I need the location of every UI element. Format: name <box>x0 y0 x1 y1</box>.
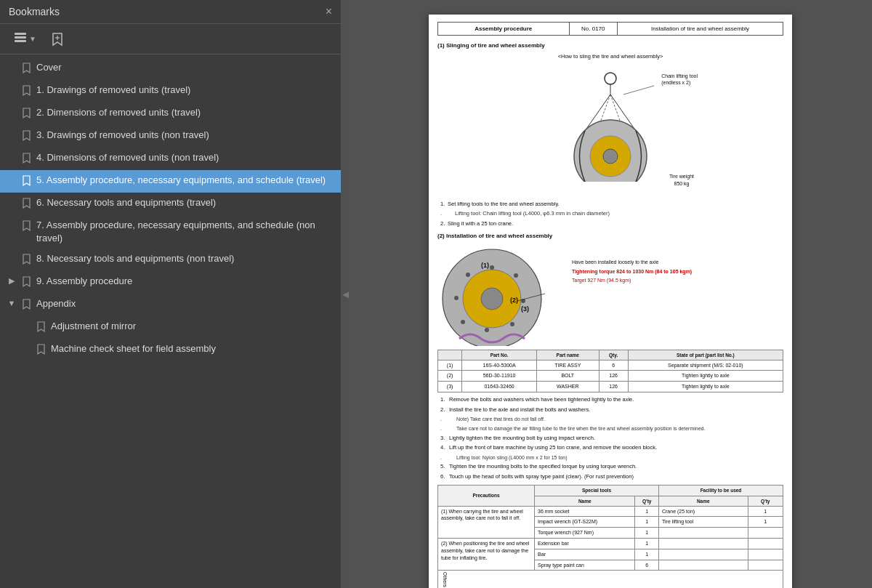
special-tool-qty: 1 <box>635 549 659 560</box>
bookmark-item-app2[interactable]: Machine check sheet for field assembly <box>0 339 341 361</box>
bookmark-text-b4: 4. Dimensions of removed units (non trav… <box>36 151 332 164</box>
table-cell: (1) <box>438 360 462 371</box>
special-tool-name: Bar <box>535 549 635 560</box>
bookmark-icon-app1 <box>36 321 47 335</box>
panel-title: Bookmarks <box>9 6 60 17</box>
bookmark-item-app1[interactable]: Adjustment of mirror <box>0 316 341 339</box>
view-icon <box>13 31 28 47</box>
panel-splitter[interactable]: ◀ <box>342 0 349 588</box>
install-step-item: Touch up the head of bolts with spray ty… <box>440 473 783 481</box>
special-tool-qty: 1 <box>635 539 659 549</box>
svg-point-18 <box>490 265 494 270</box>
svg-text:(1): (1) <box>481 262 489 269</box>
bookmark-text-b3: 3. Drawings of removed units (non travel… <box>36 129 332 142</box>
table-cell: Tighten lightly to axle <box>628 382 783 392</box>
parts-table: Part No. Part name Qty. State of part (p… <box>437 350 783 392</box>
facility-name <box>658 560 748 571</box>
special-tool-name: Extension bar <box>535 539 635 549</box>
precaution-1-cell: (1) When carrying the tire and wheel ass… <box>438 506 535 538</box>
facility-qty-header: Q'ty <box>748 496 783 506</box>
bookmark-item-b5[interactable]: 5. Assembly procedure, necessary equipme… <box>0 170 341 193</box>
facility-header: Facility to be used <box>658 486 783 496</box>
dropdown-arrow-icon: ▼ <box>29 35 36 43</box>
table-cell: 16S-40-5300A <box>462 360 537 371</box>
svg-point-23 <box>461 320 465 324</box>
table-cell: 6 <box>599 360 628 371</box>
bookmark-icon-b3 <box>22 130 32 144</box>
bookmark-text-b1: 1. Drawings of removed units (travel) <box>36 84 332 97</box>
table-cell: BOLT <box>536 371 599 382</box>
section2-title: (2) Installation of tire and wheel assem… <box>437 232 783 240</box>
header-description: Installation of tire and wheel assembly <box>618 23 783 36</box>
bookmark-text-app1: Adjustment of mirror <box>51 320 332 333</box>
pdf-panel[interactable]: Assembly procedure No. 0170 Installation… <box>349 0 872 588</box>
bookmark-text-b9: 9. Assembly procedure <box>36 275 332 288</box>
special-qty-header: Q'ty <box>635 496 659 506</box>
sling-subtitle: <How to sling the tire and wheel assembl… <box>437 53 783 61</box>
step-item: Lifting tool: Chain lifting tool (L4000,… <box>440 210 783 218</box>
special-tools-header: Special tools <box>535 486 659 496</box>
table-cell: 56D-30-11910 <box>462 371 537 382</box>
section1-title: (1) Slinging of tire and wheel assembly <box>437 41 783 49</box>
bookmark-item-b6[interactable]: 6. Necessary tools and equipments (trave… <box>0 193 341 215</box>
table-cell: WASHER <box>536 382 599 392</box>
facility-qty <box>748 539 783 549</box>
bookmark-item-b7[interactable]: 7. Assembly procedure, necessary equipme… <box>0 215 341 249</box>
svg-point-24 <box>454 296 459 300</box>
target-text: Target 927 Nm (94.5 kgm) <box>572 277 783 284</box>
svg-point-5 <box>605 73 616 84</box>
table-row: (1) When carrying the tire and wheel ass… <box>438 506 783 517</box>
bookmark-expand-appendix[interactable]: ▼ <box>6 299 17 307</box>
installation-steps: Remove the bolts and washers which have … <box>437 396 783 480</box>
bookmark-text-b7: 7. Assembly procedure, necessary equipme… <box>36 219 332 245</box>
table-cell: 126 <box>599 382 628 392</box>
facility-name <box>658 528 748 539</box>
bookmark-item-appendix[interactable]: ▼ Appendix <box>0 294 341 316</box>
bookmark-icon-b4 <box>22 153 32 166</box>
install-step-item: Note) Take care that tires do not fall o… <box>440 416 783 423</box>
facility-qty: 1 <box>748 506 783 517</box>
bookmark-item-b2[interactable]: 2. Dimensions of removed units (travel) <box>0 102 341 125</box>
others-label: Others <box>441 572 448 587</box>
parts-header-qty: Qty. <box>599 350 628 360</box>
bookmark-expand-b9[interactable]: ▶ <box>6 276 17 286</box>
lifting-steps: Set lifting tools to the tire and wheel … <box>437 201 783 228</box>
panel-toolbar: ▼ <box>0 24 341 55</box>
bookmark-item-b4[interactable]: 4. Dimensions of removed units (non trav… <box>0 148 341 170</box>
bookmark-text-b8: 8. Necessary tools and equipments (non t… <box>36 252 332 265</box>
special-tool-name: Torque wrench (927 Nm) <box>535 528 635 539</box>
facility-name <box>658 539 748 549</box>
wheel-assembly-svg: (1) (3) (2) <box>437 244 568 346</box>
bookmark-item-b9[interactable]: ▶ 9. Assembly procedure <box>0 271 341 294</box>
facility-name: Tire lifting tool <box>658 517 748 528</box>
tire-label: Tire weight 850 kg <box>669 173 694 188</box>
install-step-item: Lightly tighten the tire mounting bolt b… <box>440 435 783 443</box>
bookmark-item-cover[interactable]: Cover <box>0 57 341 80</box>
bookmark-item-b1[interactable]: 1. Drawings of removed units (travel) <box>0 80 341 102</box>
bookmark-icon-button[interactable] <box>47 29 68 49</box>
table-cell: (3) <box>438 382 462 392</box>
splitter-handle: ◀ <box>342 289 349 299</box>
close-button[interactable]: × <box>326 6 332 17</box>
table-row: (2) When positioning the tire and wheel … <box>438 539 783 549</box>
install-step-item: Lifting tool: Nylon sling (L4000 mm x 2 … <box>440 454 783 462</box>
bookmarks-panel: Bookmarks × ▼ Cover 1. Drawing <box>0 0 342 588</box>
precautions-table: Precautions Special tools Facility to be… <box>437 485 783 588</box>
table-row: (2)56D-30-11910BOLT126Tighten lightly to… <box>438 371 783 382</box>
view-dropdown-button[interactable]: ▼ <box>9 28 41 49</box>
bookmark-text-b6: 6. Necessary tools and equipments (trave… <box>36 196 332 209</box>
svg-line-14 <box>623 86 654 94</box>
special-tool-name: 36 mm socket <box>535 506 635 517</box>
special-tool-qty: 1 <box>635 528 659 539</box>
table-cell: 126 <box>599 371 628 382</box>
special-tool-name: Spray type paint can <box>535 560 635 571</box>
install-step-item: Tighten the tire mounting bolts to the s… <box>440 463 783 471</box>
bookmark-text-appendix: Appendix <box>36 297 332 310</box>
bookmark-item-b8[interactable]: 8. Necessary tools and equipments (non t… <box>0 249 341 271</box>
bookmark-item-b3[interactable]: 3. Drawings of removed units (non travel… <box>0 125 341 148</box>
special-tool-qty: 1 <box>635 517 659 528</box>
install-step-item: Remove the bolts and washers which have … <box>440 396 783 404</box>
svg-rect-0 <box>15 33 26 35</box>
facility-qty <box>748 560 783 571</box>
parts-header-partno: Part No. <box>462 350 537 360</box>
